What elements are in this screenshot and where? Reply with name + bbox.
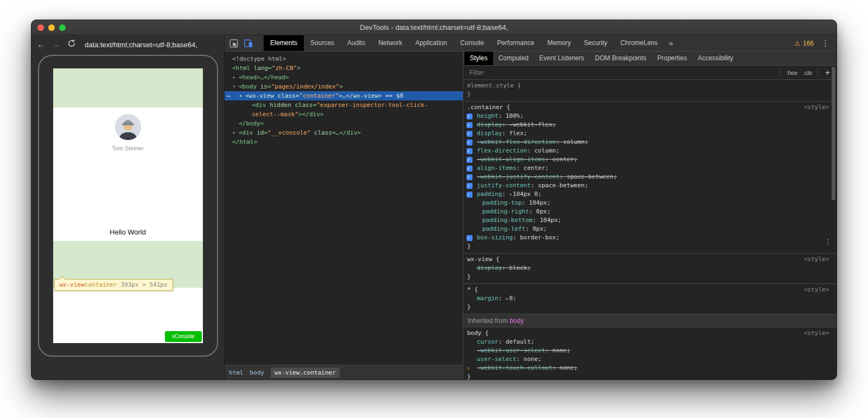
property-checkbox[interactable] bbox=[467, 131, 473, 137]
rule-selector[interactable]: element.style bbox=[467, 81, 514, 90]
css-property[interactable]: -webkit-align-items: center; bbox=[463, 155, 837, 164]
css-property[interactable]: ⚠-webkit-touch-callout: none; bbox=[463, 364, 837, 372]
back-icon[interactable]: ← bbox=[37, 40, 45, 49]
devtools-menu-icon[interactable]: ⋮ bbox=[821, 39, 829, 48]
zoom-window-button[interactable] bbox=[59, 24, 66, 31]
stylesheet-link[interactable]: <style> bbox=[804, 286, 833, 294]
dom-node[interactable]: ▾<body is="pages/index/index"> bbox=[225, 82, 463, 91]
css-property[interactable]: height: 100%; bbox=[463, 112, 837, 121]
disclosure-collapsed-icon[interactable]: ▸ bbox=[239, 91, 242, 100]
element-classes-button[interactable]: .cls bbox=[803, 69, 812, 76]
css-property[interactable]: padding-right: 0px; bbox=[463, 207, 837, 216]
sidebar-tab-styles[interactable]: Styles bbox=[464, 52, 493, 65]
address-bar[interactable]: data:text/html;charset=utf-8;base64, bbox=[85, 41, 197, 49]
sidebar-tab-computed[interactable]: Computed bbox=[493, 52, 534, 65]
dom-node[interactable]: ▸<div id="__vconsole" class=…</div> bbox=[225, 128, 463, 137]
property-checkbox[interactable] bbox=[467, 157, 473, 163]
sidebar-tab-properties[interactable]: Properties bbox=[652, 52, 692, 65]
reload-icon[interactable] bbox=[67, 39, 76, 50]
property-checkbox[interactable] bbox=[467, 235, 473, 241]
dom-node[interactable]: <html lang="zh-CN"> bbox=[225, 64, 463, 73]
more-tabs-chevron-icon[interactable]: » bbox=[664, 35, 678, 51]
inspect-overlay-tooltip: wx-viewcontainer393px × 541px bbox=[54, 279, 173, 291]
property-checkbox[interactable] bbox=[467, 140, 473, 145]
dom-node[interactable]: <div hidden class="exparser-inspector-to… bbox=[225, 100, 463, 110]
rule-selector[interactable]: wx-view bbox=[467, 255, 492, 264]
property-checkbox[interactable] bbox=[467, 148, 473, 154]
dom-node[interactable]: <!doctype html> bbox=[225, 54, 463, 64]
breadcrumb-html[interactable]: html bbox=[229, 369, 244, 376]
tab-console[interactable]: Console bbox=[454, 35, 490, 51]
tab-memory[interactable]: Memory bbox=[541, 35, 577, 51]
css-property[interactable]: flex-direction: column; bbox=[463, 147, 837, 155]
window-titlebar[interactable]: DevTools - data:text/html;charset=utf-8;… bbox=[31, 20, 837, 35]
dom-node[interactable]: </html> bbox=[225, 137, 463, 147]
css-property[interactable]: padding-left: 0px; bbox=[463, 225, 837, 233]
tab-security[interactable]: Security bbox=[577, 35, 614, 51]
tab-chromelens[interactable]: ChromeLens bbox=[614, 35, 665, 51]
property-checkbox[interactable] bbox=[467, 122, 473, 128]
disclosure-expanded-icon[interactable]: ▾ bbox=[233, 82, 235, 91]
dom-node[interactable]: ▸<head>…</head> bbox=[225, 73, 463, 82]
disclosure-collapsed-icon[interactable]: ▸ bbox=[233, 73, 235, 82]
tab-elements[interactable]: Elements bbox=[264, 35, 304, 51]
inspect-element-icon[interactable] bbox=[229, 39, 238, 48]
rule-overflow-menu-icon[interactable]: ⋮ bbox=[825, 237, 832, 246]
breadcrumb-body[interactable]: body bbox=[250, 369, 265, 376]
dom-node[interactable]: …▸<wx-view class="container">…</wx-view>… bbox=[225, 91, 463, 100]
styles-filter-input[interactable] bbox=[468, 68, 775, 77]
dom-node[interactable]: </body> bbox=[225, 119, 463, 128]
css-property[interactable]: -webkit-flex-direction: column; bbox=[463, 138, 837, 147]
warning-badge[interactable]: ⚠ 166 bbox=[794, 40, 814, 47]
css-property[interactable]: display: block; bbox=[463, 264, 837, 273]
new-style-rule-button[interactable]: + bbox=[824, 68, 832, 78]
property-checkbox[interactable] bbox=[467, 174, 473, 180]
node-menu-icon[interactable]: … bbox=[227, 90, 231, 99]
css-property[interactable]: -webkit-justify-content: space-between; bbox=[463, 173, 837, 181]
sidebar-tab-event-listeners[interactable]: Event Listeners bbox=[534, 52, 590, 65]
dom-node[interactable]: select--mask"></div> bbox=[225, 110, 463, 119]
css-property[interactable]: justify-content: space-between; bbox=[463, 181, 837, 190]
disclosure-collapsed-icon[interactable]: ▸ bbox=[233, 128, 235, 137]
rule-selector[interactable]: * bbox=[467, 286, 471, 294]
tab-application[interactable]: Application bbox=[409, 35, 454, 51]
stylesheet-link[interactable]: <style> bbox=[804, 329, 833, 338]
rule-selector[interactable]: .container bbox=[467, 103, 503, 112]
tab-performance[interactable]: Performance bbox=[490, 35, 541, 51]
css-property[interactable]: -webkit-user-select: none; bbox=[463, 346, 837, 355]
inherited-from-body-link[interactable]: body bbox=[509, 317, 524, 325]
css-property[interactable]: display: -webkit-flex; bbox=[463, 121, 837, 129]
stylesheet-link[interactable]: <style> bbox=[804, 255, 833, 264]
toggle-element-state-button[interactable]: :hov bbox=[786, 69, 797, 76]
minimize-window-button[interactable] bbox=[48, 24, 55, 31]
sidebar-tab-dom-breakpoints[interactable]: DOM Breakpoints bbox=[590, 52, 652, 65]
css-property[interactable]: box-sizing: border-box; bbox=[463, 233, 837, 242]
device-toolbar-icon[interactable] bbox=[244, 39, 253, 48]
breadcrumb-wx-view-container[interactable]: wx-view.container bbox=[271, 368, 340, 378]
property-checkbox[interactable] bbox=[467, 192, 473, 198]
rule-selector[interactable]: body bbox=[467, 329, 482, 338]
property-checkbox[interactable] bbox=[467, 166, 473, 172]
tab-audits[interactable]: Audits bbox=[341, 35, 372, 51]
forward-icon[interactable]: → bbox=[52, 40, 60, 49]
css-property[interactable]: margin: ▸0; bbox=[463, 294, 837, 303]
property-checkbox[interactable] bbox=[467, 113, 473, 119]
vconsole-button[interactable]: vConsole bbox=[165, 331, 202, 342]
css-property[interactable]: align-items: center; bbox=[463, 164, 837, 173]
css-property[interactable]: user-select: none; bbox=[463, 355, 837, 364]
window-content: ← → data:text/html;charset=utf-8;base64, bbox=[31, 35, 837, 379]
css-property[interactable]: padding-bottom: 104px; bbox=[463, 216, 837, 225]
tab-sources[interactable]: Sources bbox=[304, 35, 341, 51]
devtools-toolbar: ElementsSourcesAuditsNetworkApplicationC… bbox=[225, 35, 837, 52]
property-checkbox[interactable] bbox=[467, 183, 473, 189]
close-window-button[interactable] bbox=[37, 24, 44, 31]
stylesheet-link[interactable]: <style> bbox=[804, 103, 833, 112]
css-property[interactable]: padding-top: 104px; bbox=[463, 199, 837, 207]
css-property[interactable]: cursor: default; bbox=[463, 338, 837, 346]
sidebar-tab-accessibility[interactable]: Accessibility bbox=[692, 52, 738, 65]
property-warning-icon: ⚠ bbox=[467, 364, 470, 372]
styles-scrollbar-thumb[interactable] bbox=[832, 67, 835, 200]
css-property[interactable]: display: flex; bbox=[463, 129, 837, 138]
tab-network[interactable]: Network bbox=[372, 35, 409, 51]
css-property[interactable]: padding: ▾104px 0; bbox=[463, 190, 837, 199]
